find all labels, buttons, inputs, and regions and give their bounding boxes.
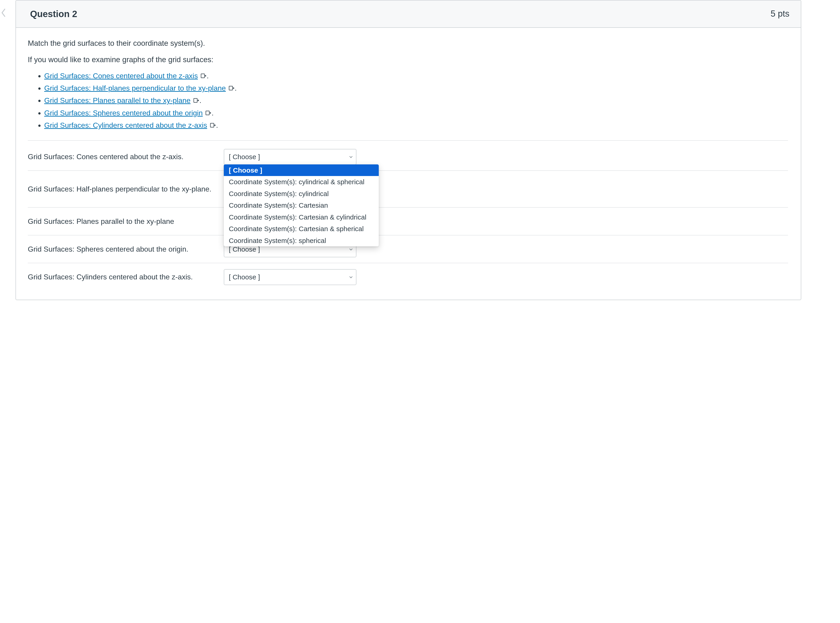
list-item: Grid Surfaces: Half-planes perpendicular…: [44, 83, 788, 94]
match-row: Grid Surfaces: Cylinders centered about …: [28, 263, 788, 288]
question-card: Question 2 5 pts Match the grid surfaces…: [15, 0, 801, 300]
match-row: Grid Surfaces: Spheres centered about th…: [28, 235, 788, 261]
link-halfplanes[interactable]: Grid Surfaces: Half-planes perpendicular…: [44, 84, 226, 92]
chevron-down-icon: [349, 272, 353, 282]
link-cones[interactable]: Grid Surfaces: Cones centered about the …: [44, 72, 198, 80]
instruction-text-2: If you would like to examine graphs of t…: [28, 54, 788, 65]
match-label: Grid Surfaces: Planes parallel to the xy…: [28, 216, 215, 227]
select-option[interactable]: Coordinate System(s): cylindrical & sphe…: [224, 176, 379, 188]
select-option[interactable]: [ Choose ]: [224, 164, 379, 176]
list-item: Grid Surfaces: Cylinders centered about …: [44, 120, 788, 131]
svg-rect-0: [201, 74, 205, 78]
select-option[interactable]: Coordinate System(s): spherical: [224, 235, 379, 247]
svg-rect-2: [194, 98, 197, 103]
select-value: [ Choose ]: [229, 272, 260, 282]
external-link-icon: [210, 120, 215, 131]
link-suffix: .: [211, 109, 214, 117]
question-header: Question 2 5 pts: [16, 0, 801, 28]
link-suffix: .: [235, 84, 237, 92]
external-link-icon: [228, 83, 234, 94]
question-body: Match the grid surfaces to their coordin…: [16, 28, 801, 300]
match-select[interactable]: [ Choose ]: [224, 269, 357, 285]
external-link-icon: [200, 71, 206, 81]
match-row: Grid Surfaces: Planes parallel to the xy…: [28, 207, 788, 233]
link-suffix: .: [216, 121, 218, 129]
question-points: 5 pts: [771, 8, 789, 20]
match-row: Grid Surfaces: Cones centered about the …: [28, 146, 788, 168]
divider: [28, 140, 788, 141]
reference-links-list: Grid Surfaces: Cones centered about the …: [28, 71, 788, 131]
list-item: Grid Surfaces: Spheres centered about th…: [44, 108, 788, 119]
select-value: [ Choose ]: [229, 152, 260, 162]
match-label: Grid Surfaces: Half-planes perpendicular…: [28, 184, 215, 194]
svg-rect-1: [229, 86, 232, 90]
match-row: Grid Surfaces: Half-planes perpendicular…: [28, 170, 788, 205]
svg-rect-3: [206, 111, 209, 115]
question-title: Question 2: [30, 7, 77, 20]
select-option[interactable]: Coordinate System(s): Cartesian & spheri…: [224, 223, 379, 235]
link-suffix: .: [207, 72, 209, 80]
match-label: Grid Surfaces: Cylinders centered about …: [28, 272, 215, 282]
match-select-options: [ Choose ] Coordinate System(s): cylindr…: [224, 164, 379, 247]
match-select[interactable]: [ Choose ]: [224, 149, 357, 165]
select-option[interactable]: Coordinate System(s): cylindrical: [224, 188, 379, 200]
match-label: Grid Surfaces: Cones centered about the …: [28, 152, 215, 162]
link-spheres[interactable]: Grid Surfaces: Spheres centered about th…: [44, 109, 203, 117]
link-suffix: .: [199, 96, 202, 104]
svg-rect-4: [210, 123, 214, 127]
select-option[interactable]: Coordinate System(s): Cartesian & cylind…: [224, 211, 379, 223]
prev-question-arrow[interactable]: [0, 8, 6, 20]
external-link-icon: [205, 108, 211, 119]
chevron-down-icon: [349, 152, 353, 162]
external-link-icon: [193, 96, 199, 106]
match-label: Grid Surfaces: Spheres centered about th…: [28, 244, 215, 254]
select-option[interactable]: Coordinate System(s): Cartesian: [224, 199, 379, 211]
instruction-text-1: Match the grid surfaces to their coordin…: [28, 38, 788, 49]
link-cylinders[interactable]: Grid Surfaces: Cylinders centered about …: [44, 121, 207, 129]
list-item: Grid Surfaces: Cones centered about the …: [44, 71, 788, 81]
list-item: Grid Surfaces: Planes parallel to the xy…: [44, 95, 788, 106]
link-planes[interactable]: Grid Surfaces: Planes parallel to the xy…: [44, 96, 191, 104]
